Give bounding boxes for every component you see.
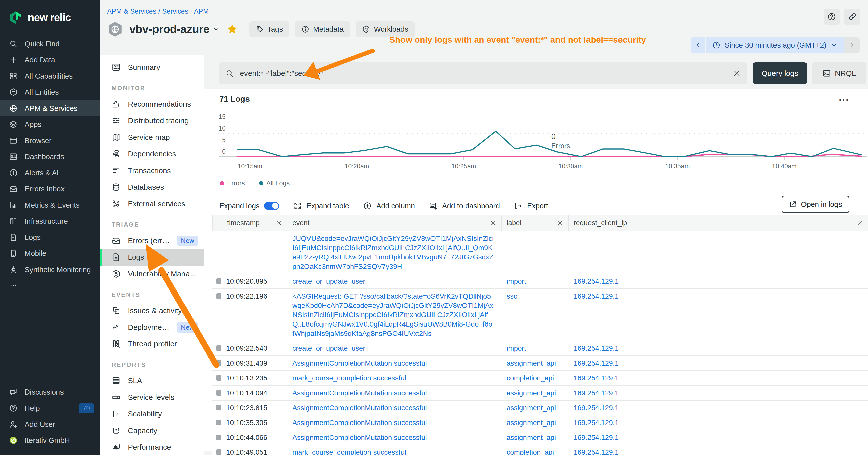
sidebar-item-apm-services[interactable]: APM & Services — [0, 100, 99, 117]
expand-logs-toggle[interactable] — [264, 202, 279, 210]
ip-link[interactable]: 169.254.129.1 — [574, 389, 619, 397]
column-header-event[interactable]: event — [287, 215, 501, 231]
sidebar-item-browser[interactable]: Browser — [0, 132, 99, 149]
table-row[interactable]: 10:10:49.051mark_course_completion succe… — [213, 445, 868, 455]
add-to-dashboard-button[interactable]: Add to dashboard — [429, 201, 500, 210]
label-link[interactable]: assignment_api — [506, 433, 556, 442]
help-button[interactable] — [824, 8, 840, 25]
log-row-marker-icon[interactable] — [217, 420, 221, 425]
table-row[interactable]: 10:10:35.305AssignmentCompletionMutation… — [213, 416, 868, 430]
sidebar-item-all-entities[interactable]: All Entities — [0, 84, 99, 100]
label-link[interactable]: sso — [506, 292, 518, 300]
sidebar-item-all-capabilities[interactable]: All Capabilities — [0, 68, 99, 84]
ip-link[interactable]: 169.254.129.1 — [574, 374, 619, 382]
sidebar-item-infrastructure[interactable]: Infrastructure — [0, 213, 99, 229]
event-link[interactable]: AssignmentCompletionMutation successful — [292, 419, 427, 426]
ip-link[interactable]: 169.254.129.1 — [574, 449, 619, 455]
service-nav-item-databases[interactable]: Databases — [99, 179, 204, 195]
remove-column-icon[interactable] — [275, 220, 282, 227]
service-nav-item-capacity[interactable]: Capacity — [99, 422, 204, 439]
ip-link[interactable]: 169.254.129.1 — [574, 278, 619, 285]
breadcrumb-services-apm[interactable]: Services - APM — [162, 7, 209, 15]
service-nav-item-thread-profiler[interactable]: Thread profiler — [99, 335, 204, 352]
service-nav-item-logs[interactable]: Logs — [99, 249, 204, 265]
label-link[interactable]: completion_api — [506, 449, 554, 455]
ip-link[interactable]: 169.254.129.1 — [574, 419, 619, 426]
open-in-logs-button[interactable]: Open in logs — [781, 195, 849, 213]
log-row-marker-icon[interactable] — [217, 279, 221, 284]
service-nav-item-issues-activity[interactable]: Issues & activity — [99, 302, 204, 319]
table-row[interactable]: 10:09:31.439AssignmentCompletionMutation… — [213, 356, 868, 371]
ip-link[interactable]: 169.254.129.1 — [574, 292, 619, 300]
sidebar-item-errors-inbox[interactable]: Errors Inbox — [0, 181, 99, 197]
event-link[interactable]: AssignmentCompletionMutation successful — [292, 404, 427, 412]
sidebar-item-add-user[interactable]: Add User — [0, 416, 99, 432]
event-link[interactable]: mark_course_completion successful — [292, 374, 406, 382]
sidebar-item-help[interactable]: Help70 — [0, 400, 99, 416]
sidebar-item-alerts-ai[interactable]: Alerts & AI — [0, 165, 99, 181]
label-link[interactable]: completion_api — [506, 374, 554, 382]
log-search-input[interactable] — [240, 69, 733, 78]
service-nav-item-performance[interactable]: Performance — [99, 439, 204, 455]
logs-timeseries-chart[interactable]: 05101510:15am10:20am10:25am10:30am10:35a… — [204, 89, 868, 190]
query-logs-button[interactable]: Query logs — [753, 63, 807, 84]
sidebar-item-add-data[interactable]: Add Data — [0, 52, 99, 68]
label-link[interactable]: assignment_api — [506, 419, 556, 426]
log-row-marker-icon[interactable] — [217, 375, 221, 381]
remove-column-icon[interactable] — [490, 220, 496, 227]
log-row-marker-icon[interactable] — [217, 293, 221, 299]
sidebar-item-quick-find[interactable]: Quick Find — [0, 36, 99, 52]
ip-link[interactable]: 169.254.129.1 — [574, 404, 619, 412]
log-row-marker-icon[interactable] — [217, 405, 221, 411]
table-row[interactable]: 10:10:13.235mark_course_completion succe… — [213, 371, 868, 386]
service-nav-item-deployments[interactable]: DeploymentsNew — [99, 319, 204, 335]
service-nav-item-transactions[interactable]: Transactions — [99, 162, 204, 179]
entity-title[interactable]: vbv-prod-azure — [129, 23, 210, 36]
label-link[interactable]: import — [506, 345, 526, 352]
label-link[interactable]: assignment_api — [506, 389, 556, 397]
sidebar-item-synthetic-monitoring[interactable]: Synthetic Monitoring — [0, 261, 99, 278]
sidebar-item-iterativ-gmbh[interactable]: Iterativ GmbH — [0, 432, 99, 449]
table-row[interactable]: 10:10:23.815AssignmentCompletionMutation… — [213, 400, 868, 416]
breadcrumb-apm-services[interactable]: APM & Services — [107, 7, 156, 15]
column-header-timestamp[interactable]: timestamp — [213, 215, 287, 231]
brand[interactable]: new relic — [0, 0, 99, 31]
label-link[interactable]: assignment_api — [506, 404, 556, 412]
sidebar-item-discussions[interactable]: Discussions — [0, 384, 99, 400]
add-column-button[interactable]: Add column — [363, 201, 415, 210]
log-row-marker-icon[interactable] — [217, 346, 221, 351]
service-nav-item-sla[interactable]: SLA — [99, 372, 204, 389]
service-nav-item-distributed-tracing[interactable]: Distributed tracing — [99, 112, 204, 129]
clear-search-icon[interactable] — [733, 69, 741, 77]
service-nav-item-summary[interactable]: Summary — [99, 59, 204, 75]
log-row-marker-icon[interactable] — [217, 434, 221, 440]
event-link[interactable]: AssignmentCompletionMutation successful — [292, 433, 427, 442]
event-link[interactable]: AssignmentCompletionMutation successful — [292, 359, 427, 367]
service-nav-item-dependencies[interactable]: Dependencies — [99, 145, 204, 162]
ip-link[interactable]: 169.254.129.1 — [574, 345, 619, 352]
service-nav-item-service-levels[interactable]: Service levels — [99, 389, 204, 405]
sidebar-item-logs[interactable]: Logs — [0, 229, 99, 246]
service-nav-item-recommendations[interactable]: Recommendations — [99, 96, 204, 112]
log-row-marker-icon[interactable] — [217, 360, 221, 366]
event-link[interactable]: mark_course_completion successful — [292, 449, 406, 455]
export-button[interactable]: Export — [514, 201, 548, 210]
log-row-marker-icon[interactable] — [217, 390, 221, 395]
ip-link[interactable]: 169.254.129.1 — [574, 433, 619, 442]
sidebar-item-apps[interactable]: Apps — [0, 117, 99, 132]
sidebar-item-dashboards[interactable]: Dashboards — [0, 149, 99, 165]
service-nav-item-vulnerability-management[interactable]: Vulnerability Management — [99, 265, 204, 282]
sidebar-item-metrics-events[interactable]: Metrics & Events — [0, 197, 99, 213]
time-forward-button[interactable] — [844, 37, 860, 53]
expand-table-button[interactable]: Expand table — [293, 201, 349, 210]
expand-logs-toggle-group[interactable]: Expand logs — [219, 202, 279, 210]
label-link[interactable]: assignment_api — [506, 359, 556, 367]
table-row[interactable]: 10:09:20.895create_or_update_userimport1… — [213, 274, 868, 289]
service-nav-item-errors-errors-inb-[interactable]: Errors (errors inb...New — [99, 232, 204, 249]
tags-button[interactable]: Tags — [249, 22, 289, 37]
event-link[interactable]: create_or_update_user — [292, 345, 366, 352]
event-link[interactable]: AssignmentCompletionMutation successful — [292, 389, 427, 397]
favorite-star-icon[interactable] — [226, 24, 238, 35]
label-link[interactable]: import — [506, 278, 526, 285]
ip-link[interactable]: 169.254.129.1 — [574, 359, 619, 367]
